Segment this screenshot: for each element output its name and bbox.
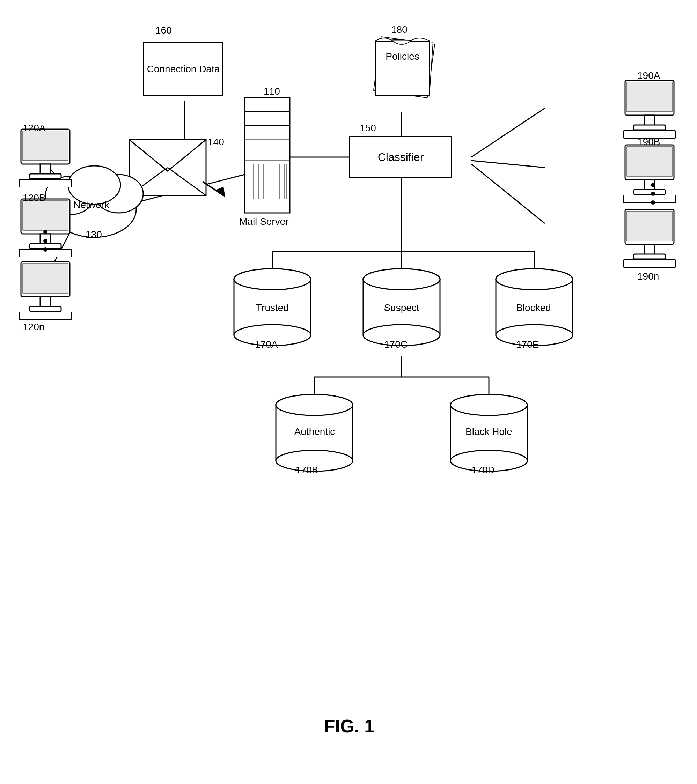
svg-rect-80 <box>30 306 61 311</box>
svg-point-54 <box>363 269 440 290</box>
svg-rect-45 <box>375 38 433 96</box>
svg-point-97 <box>43 230 48 234</box>
diagram-svg <box>0 0 697 784</box>
ref-170d: 170D <box>471 464 495 476</box>
svg-point-59 <box>276 394 353 415</box>
svg-rect-89 <box>644 180 655 190</box>
svg-rect-71 <box>19 180 72 187</box>
svg-line-10 <box>471 161 545 168</box>
figure-label: FIG. 1 <box>297 716 401 736</box>
connection-data-label: Connection Data <box>147 64 220 75</box>
svg-point-50 <box>234 269 311 290</box>
svg-rect-87 <box>625 145 674 180</box>
ref-170c: 170C <box>384 339 408 351</box>
ref-190n: 190n <box>637 270 659 282</box>
svg-point-47 <box>234 269 311 290</box>
svg-rect-96 <box>623 260 676 267</box>
svg-rect-74 <box>40 234 51 244</box>
svg-rect-90 <box>634 189 665 194</box>
connection-data-box: Connection Data <box>143 42 223 96</box>
svg-rect-21 <box>129 140 206 196</box>
svg-line-5 <box>49 213 80 272</box>
svg-rect-79 <box>40 297 51 307</box>
svg-marker-25 <box>215 187 225 197</box>
ref-120b: 120B <box>23 192 45 204</box>
ref-120n: 120n <box>23 321 45 333</box>
diagram: Connection Data 160 140 Network 130 Mail… <box>0 0 697 784</box>
svg-line-3 <box>49 168 80 203</box>
svg-rect-77 <box>21 262 70 297</box>
svg-rect-94 <box>644 244 655 255</box>
ref-170e: 170E <box>516 339 539 351</box>
svg-rect-68 <box>23 131 68 161</box>
svg-rect-88 <box>627 147 672 176</box>
svg-line-11 <box>471 164 545 223</box>
svg-rect-67 <box>21 129 70 164</box>
svg-point-58 <box>496 269 573 290</box>
ref-170a: 170A <box>255 339 277 351</box>
svg-rect-85 <box>634 125 665 130</box>
network-label: Network <box>73 199 109 211</box>
ref-170b: 170B <box>296 464 318 476</box>
svg-line-6 <box>136 175 244 203</box>
classifier-label: Classifier <box>378 151 424 164</box>
svg-rect-46 <box>375 41 429 95</box>
svg-line-23 <box>168 168 206 196</box>
svg-rect-82 <box>625 80 674 115</box>
blocked-label: Blocked <box>513 302 555 314</box>
svg-line-9 <box>471 108 545 157</box>
svg-line-24 <box>203 181 223 196</box>
svg-rect-75 <box>30 244 61 249</box>
svg-rect-76 <box>19 249 72 257</box>
svg-rect-81 <box>19 312 72 320</box>
ref-130: 130 <box>86 229 102 240</box>
svg-rect-95 <box>634 254 665 259</box>
ref-190b: 190B <box>637 136 660 148</box>
ref-110: 110 <box>264 86 280 97</box>
ref-180: 180 <box>391 24 408 36</box>
svg-point-101 <box>651 192 655 196</box>
ref-140: 140 <box>208 136 224 148</box>
svg-point-62 <box>276 394 353 415</box>
svg-point-51 <box>363 269 440 290</box>
policies-label: Policies <box>375 51 429 63</box>
svg-rect-84 <box>644 115 655 126</box>
ref-160: 160 <box>155 25 172 36</box>
ref-120a: 120A <box>23 122 45 134</box>
svg-line-1 <box>115 175 150 203</box>
ref-190a: 190A <box>637 70 660 82</box>
ref-150: 150 <box>360 122 376 134</box>
svg-point-66 <box>451 394 527 415</box>
svg-line-22 <box>129 168 168 196</box>
svg-rect-36 <box>248 164 286 199</box>
trusted-label: Trusted <box>251 302 293 314</box>
svg-point-98 <box>43 239 48 243</box>
svg-rect-69 <box>40 164 51 175</box>
svg-marker-2 <box>108 196 126 206</box>
svg-rect-44 <box>374 37 435 98</box>
svg-point-63 <box>451 394 527 415</box>
svg-rect-70 <box>30 174 61 179</box>
svg-rect-83 <box>627 82 672 112</box>
svg-rect-91 <box>623 195 676 203</box>
black-hole-label: Black Hole <box>460 426 517 438</box>
svg-rect-93 <box>627 211 672 241</box>
svg-rect-73 <box>23 201 68 231</box>
svg-point-100 <box>651 183 655 187</box>
svg-rect-30 <box>244 98 290 213</box>
mail-server-label: Mail Server <box>239 216 289 227</box>
svg-rect-92 <box>625 209 674 244</box>
classifier-box: Classifier <box>349 136 452 178</box>
suspect-label: Suspect <box>381 302 423 314</box>
svg-point-29 <box>68 166 121 204</box>
authentic-label: Authentic <box>292 426 337 438</box>
svg-rect-72 <box>21 199 70 234</box>
svg-rect-78 <box>23 264 68 293</box>
svg-point-55 <box>496 269 573 290</box>
svg-point-102 <box>651 200 655 204</box>
svg-point-99 <box>43 247 48 252</box>
